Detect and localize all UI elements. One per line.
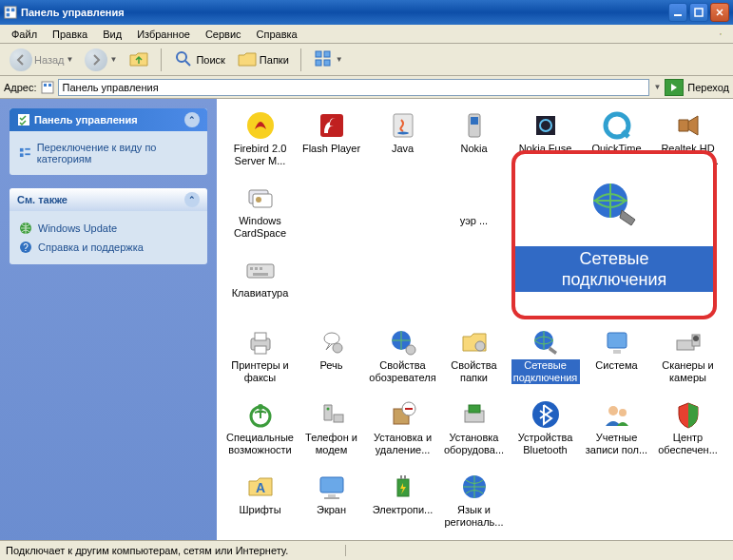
list-item[interactable]: Речь [296, 323, 367, 388]
list-item[interactable]: Учетные записи пол... [581, 396, 652, 460]
item-label: Электропи... [373, 504, 434, 516]
list-item[interactable]: Клавиатура [224, 251, 296, 316]
addremove-icon [388, 399, 418, 430]
item-label: Nokia [460, 143, 487, 155]
control-panel-icon [41, 81, 54, 94]
folders-button[interactable]: Папки [233, 47, 293, 73]
item-label: Свойства обозревателя [369, 359, 437, 384]
link-help-support[interactable]: ? Справка и поддержка [19, 238, 198, 257]
list-item[interactable]: Сканеры и камеры [652, 323, 723, 388]
back-icon [10, 48, 32, 71]
svg-rect-80 [469, 405, 480, 413]
close-button[interactable] [710, 3, 729, 22]
svg-rect-9 [721, 34, 722, 35]
item-label: уэр ... [460, 215, 488, 227]
svg-rect-5 [695, 9, 703, 16]
svg-rect-60 [255, 333, 266, 340]
views-button[interactable]: ▼ [309, 47, 347, 73]
back-button[interactable]: Назад ▼ [6, 47, 77, 73]
network-icon [588, 178, 641, 231]
item-label: Сетевые подключения [511, 359, 580, 384]
list-item[interactable]: Принтеры и факсы [224, 323, 296, 388]
list-view[interactable]: Firebird 2.0 Server M...Flash PlayerJava… [217, 99, 733, 547]
go-button[interactable] [665, 79, 684, 96]
folder-up-icon [128, 48, 149, 71]
minimize-button[interactable] [668, 3, 687, 22]
quicktime-icon [602, 110, 632, 141]
link-windows-update[interactable]: Windows Update [19, 219, 198, 238]
svg-rect-14 [324, 60, 330, 66]
fonts-icon: A [245, 472, 276, 502]
menu-file[interactable]: Файл [4, 29, 45, 40]
collapse-icon[interactable]: ⌃ [184, 112, 200, 127]
link-category-view[interactable]: Переключение к виду по категориям [19, 139, 198, 167]
maximize-button[interactable] [689, 3, 708, 22]
menu-edit[interactable]: Правка [45, 29, 95, 40]
list-item[interactable]: Свойства папки [438, 323, 510, 388]
item-label: Шрифты [239, 504, 280, 516]
list-item[interactable]: Экран [296, 468, 367, 532]
go-label[interactable]: Переход [687, 82, 729, 93]
panel-title: Панель управления [34, 114, 138, 126]
list-item[interactable]: уэр ... [438, 179, 510, 243]
svg-point-76 [326, 408, 329, 411]
printer-icon [245, 327, 276, 357]
nokia-icon [459, 110, 490, 141]
list-item[interactable]: Сетевые подключения [510, 323, 581, 388]
separator [300, 48, 301, 71]
item-label: Специальные возможности [226, 432, 295, 456]
list-item[interactable]: Телефон и модем [296, 396, 367, 460]
back-label: Назад [34, 54, 65, 66]
svg-rect-12 [324, 51, 330, 57]
list-item[interactable]: Nokia [438, 106, 510, 171]
item-label: Клавиатура [232, 287, 289, 299]
address-input[interactable] [58, 79, 650, 96]
list-item[interactable]: Специальные возможности [224, 396, 296, 460]
panel-seealso: См. также ⌃ Windows Update ? Справка и п… [10, 188, 207, 264]
keyboard-icon [245, 255, 276, 285]
svg-rect-89 [400, 475, 402, 479]
system-icon [602, 327, 632, 357]
list-item[interactable]: Flash Player [296, 106, 367, 171]
item-label: Java [392, 143, 414, 155]
svg-rect-31 [471, 117, 478, 125]
list-item[interactable]: Установка оборудова... [438, 396, 510, 460]
item-label: Установка оборудова... [440, 432, 509, 456]
list-item[interactable]: Язык и региональ... [438, 468, 510, 532]
menu-tools[interactable]: Сервис [198, 29, 249, 40]
display-icon [317, 472, 347, 502]
list-item[interactable]: Центр обеспечен... [652, 396, 723, 460]
window-title: Панель управления [21, 7, 668, 18]
chevron-down-icon[interactable]: ▼ [653, 83, 661, 91]
list-item[interactable]: Свойства обозревателя [367, 323, 438, 388]
menu-favorites[interactable]: Избранное [129, 29, 198, 40]
svg-rect-16 [44, 84, 47, 87]
checklist-icon [17, 113, 30, 126]
folders-icon [237, 48, 258, 71]
list-item[interactable]: Установка и удаление... [367, 396, 438, 460]
list-item[interactable]: AШрифты [224, 468, 296, 532]
list-item[interactable]: Система [581, 323, 652, 388]
svg-point-37 [256, 197, 261, 203]
item-label: Устройства Bluetooth [511, 432, 580, 456]
folders-label: Папки [260, 54, 289, 66]
list-item[interactable]: Firebird 2.0 Server M... [224, 106, 296, 171]
list-item[interactable]: Windows CardSpace [224, 179, 296, 243]
svg-rect-19 [20, 148, 24, 152]
list-item[interactable]: Java [367, 106, 438, 171]
menu-help[interactable]: Справка [249, 29, 305, 40]
menu-bar: Файл Правка Вид Избранное Сервис Справка [0, 25, 733, 44]
collapse-icon[interactable]: ⌃ [184, 192, 200, 207]
item-label: Речь [319, 359, 342, 372]
panel-head-control[interactable]: Панель управления ⌃ [10, 108, 207, 131]
forward-button[interactable]: ▼ [81, 47, 121, 73]
search-button[interactable]: Поиск [169, 47, 228, 73]
list-item[interactable]: Электропи... [367, 468, 438, 532]
sidebar: Панель управления ⌃ Переключение к виду … [0, 99, 217, 547]
svg-rect-61 [255, 346, 266, 354]
menu-view[interactable]: Вид [95, 29, 129, 40]
panel-head-seealso[interactable]: См. также ⌃ [10, 188, 207, 211]
item-label: Свойства папки [440, 359, 509, 384]
up-button[interactable] [125, 47, 153, 73]
list-item[interactable]: Устройства Bluetooth [510, 396, 581, 460]
